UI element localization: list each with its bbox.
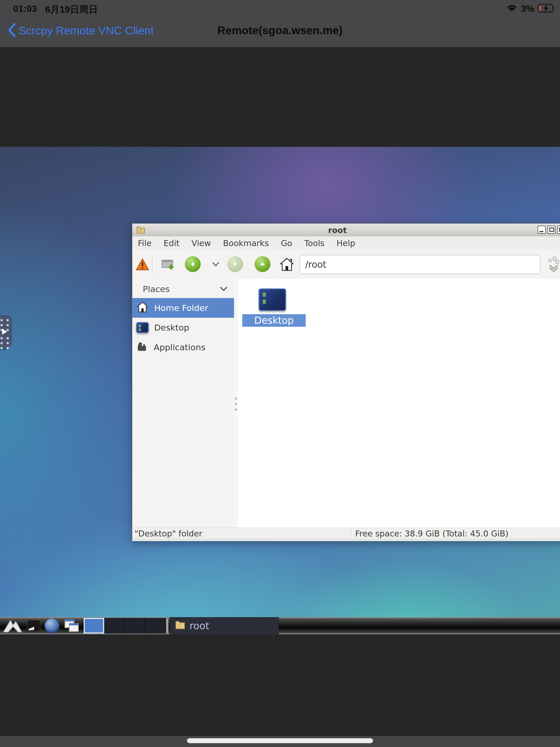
- menu-help[interactable]: Help: [337, 238, 355, 248]
- desktop-icon: [136, 322, 149, 333]
- path-value: /root: [305, 259, 326, 270]
- home-indicator[interactable]: [187, 738, 373, 743]
- ipad-screen: 01:03 6月19日周日 3%: [0, 0, 560, 747]
- toolbar: /root: [132, 250, 560, 279]
- ios-top-chrome: 01:03 6月19日周日 3%: [0, 0, 560, 47]
- clock: 01:03: [13, 3, 37, 16]
- home-button[interactable]: [279, 256, 295, 273]
- web-browser-button[interactable]: [43, 619, 61, 633]
- statusbar-selection: "Desktop" folder: [134, 529, 202, 538]
- maximize-button[interactable]: [548, 226, 556, 234]
- workspace-4[interactable]: [145, 618, 166, 634]
- menu-edit[interactable]: Edit: [163, 238, 179, 248]
- xfce-menu-button[interactable]: [2, 619, 24, 633]
- status-left-group: 01:03 6月19日周日: [13, 3, 98, 16]
- panel-handle[interactable]: [166, 618, 169, 633]
- letterbox-top: [0, 47, 560, 147]
- expand-arrow-icon: [1, 328, 8, 335]
- file-label-desktop[interactable]: Desktop: [242, 314, 306, 327]
- places-header[interactable]: Places: [132, 282, 234, 297]
- back-history-dropdown[interactable]: [212, 256, 220, 273]
- sidebar-item-label: Home Folder: [154, 303, 208, 313]
- up-nav-button[interactable]: [255, 256, 271, 272]
- menu-go[interactable]: Go: [281, 238, 292, 248]
- ios-status-bar: 01:03 6月19日周日 3%: [0, 0, 560, 17]
- sidebar-item-home-folder[interactable]: Home Folder: [132, 298, 234, 318]
- menu-bar: File Edit View Bookmarks Go Tools Help: [132, 236, 560, 250]
- applications-icon: [136, 340, 148, 354]
- drawer-dots-bottom: [1, 337, 9, 349]
- date: 6月19日周日: [45, 3, 98, 16]
- desktop-taskbar: root: [0, 617, 560, 634]
- sidebar-item-label: Desktop: [154, 323, 189, 333]
- path-input[interactable]: /root: [300, 255, 540, 274]
- new-tab-button[interactable]: [160, 256, 177, 273]
- letterbox-bottom: [0, 634, 560, 736]
- close-button[interactable]: [557, 226, 560, 234]
- wifi-icon: [506, 4, 518, 14]
- back-nav-button[interactable]: [185, 256, 201, 272]
- workspace-1-active[interactable]: [84, 618, 104, 634]
- root-warning-icon: [136, 256, 149, 273]
- file-name: Desktop: [254, 315, 294, 326]
- pane-splitter[interactable]: [234, 279, 238, 528]
- folder-icon: [175, 619, 186, 633]
- places-label: Places: [143, 284, 170, 294]
- window-statusbar: "Desktop" folder Free space: 38.9 GiB (T…: [132, 528, 560, 539]
- bubbles-tool-icon[interactable]: [547, 256, 560, 273]
- statusbar-free-space: Free space: 38.9 GiB (Total: 45.0 GiB): [351, 529, 509, 538]
- file-manager-button[interactable]: [62, 619, 81, 633]
- menu-view[interactable]: View: [192, 238, 211, 248]
- file-list-area[interactable]: Desktop: [238, 279, 560, 528]
- battery-charging-icon: [538, 4, 556, 14]
- vnc-desktop-view[interactable]: root File Edit View Bookmarks Go Tools H…: [0, 147, 560, 634]
- page-title: Remote(sgoa.wsen.me): [0, 24, 560, 37]
- forward-nav-button[interactable]: [227, 256, 243, 272]
- window-resize-strip[interactable]: [132, 539, 560, 541]
- splitter-grip: [235, 397, 237, 411]
- window-content: Places Home Folder: [132, 279, 560, 528]
- ios-nav-bar: Scrcpy Remote VNC Client Remote(sgoa.wse…: [0, 17, 560, 47]
- window-title: root: [132, 226, 542, 235]
- minimize-button[interactable]: [538, 226, 546, 234]
- places-sidebar: Places Home Folder: [132, 279, 234, 528]
- menu-tools[interactable]: Tools: [304, 238, 325, 248]
- sidebar-item-applications[interactable]: Applications: [132, 337, 234, 357]
- workspace-2[interactable]: [104, 618, 125, 634]
- menu-file[interactable]: File: [138, 238, 152, 248]
- vnc-toolbar-drawer-handle[interactable]: [0, 315, 12, 347]
- window-titlebar[interactable]: root: [132, 224, 560, 236]
- home-folder-icon: [136, 301, 149, 315]
- toolbar-separator: [152, 256, 153, 273]
- taskbar-window-button-root[interactable]: root: [170, 617, 279, 634]
- menu-bookmarks[interactable]: Bookmarks: [223, 238, 269, 248]
- status-right-group: 3%: [506, 3, 556, 14]
- workspace-pager: [84, 618, 166, 634]
- file-manager-window: root File Edit View Bookmarks Go Tools H…: [132, 223, 560, 541]
- ios-bottom-bar: [0, 736, 560, 747]
- sidebar-item-desktop[interactable]: Desktop: [132, 318, 234, 337]
- sidebar-item-label: Applications: [154, 342, 205, 352]
- chevron-down-icon: [220, 287, 228, 291]
- workspace-3[interactable]: [125, 618, 145, 634]
- taskbar-window-label: root: [189, 620, 209, 632]
- show-desktop-button[interactable]: [25, 619, 42, 633]
- battery-percent: 3%: [521, 3, 534, 14]
- file-icon-desktop[interactable]: [259, 288, 286, 311]
